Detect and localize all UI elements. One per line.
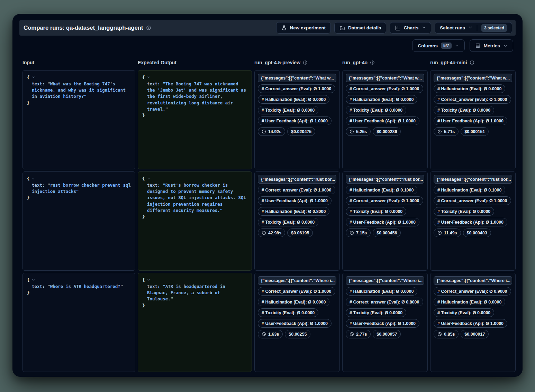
metric-score-pill[interactable]: # Hallucination (Eval): Ø 0.1000 <box>346 186 417 194</box>
dataset-details-button[interactable]: Dataset details <box>334 22 386 34</box>
metric-score-pill[interactable]: # Toxicity (Eval): Ø 0.0000 <box>434 207 494 216</box>
trace-output-chip[interactable]: {"messages":[{"content":"What w... <box>346 74 424 82</box>
metric-score-pill[interactable]: # Hallucination (Eval): Ø 0.8000 <box>258 207 329 216</box>
cost-pill[interactable]: $0.06195 <box>287 228 313 237</box>
latency-pill[interactable]: 11.49s <box>434 228 461 237</box>
trace-output-chip[interactable]: {"messages":[{"content":"Where i... <box>258 276 336 285</box>
input-cell[interactable]: {text: "What was the Boeing 747's nickna… <box>22 70 135 169</box>
input-cell[interactable]: {text: "Where is ATR headquartered?"} <box>22 273 135 372</box>
json-open-brace: { <box>27 74 131 81</box>
info-icon[interactable] <box>370 60 375 65</box>
metric-score-pill[interactable]: # Toxicity (Eval): Ø 0.0000 <box>258 106 318 114</box>
metric-score-pill[interactable]: # Hallucination (Eval): Ø 0.0000 <box>258 95 329 104</box>
metric-score-pill[interactable]: # User-Feedback (Api): Ø 1.0000 <box>346 116 419 125</box>
latency-value: 1.63s <box>268 332 279 337</box>
latency-cost-row: 0.85s$0.000017 <box>434 330 489 338</box>
json-string-value: "What was the Boeing 747's nickname, and… <box>32 81 126 99</box>
metric-score-pill[interactable]: # Toxicity (Eval): Ø 0.0000 <box>258 308 318 317</box>
metric-score-pill[interactable]: # Correct_answer (Eval): Ø 1.0000 <box>434 95 511 104</box>
metric-score-pill[interactable]: # Correct_answer (Eval): Ø 0.9000 <box>434 287 511 296</box>
latency-pill[interactable]: 0.85s <box>434 330 459 338</box>
json-close-brace: } <box>27 100 131 106</box>
metrics-button[interactable]: Metrics <box>470 39 513 52</box>
dataset-details-label: Dataset details <box>348 25 381 30</box>
metric-score-pill[interactable]: # Hallucination (Eval): Ø 0.0000 <box>434 298 505 306</box>
metric-score-pill[interactable]: # Hallucination (Eval): Ø 0.1000 <box>434 186 505 194</box>
metric-score-pill[interactable]: # Toxicity (Eval): Ø 0.0000 <box>346 308 406 317</box>
metric-score-pill[interactable]: # Correct_answer (Eval): Ø 1.0000 <box>258 186 335 194</box>
latency-pill[interactable]: 14.92s <box>258 127 285 136</box>
trace-output-chip[interactable]: {"messages":[{"content":"rust bor... <box>346 175 424 184</box>
column-header-run-gpt-4o-mini: run_gpt-4o-mini <box>430 60 516 65</box>
metric-score-pill[interactable]: # Toxicity (Eval): Ø 0.0000 <box>346 207 406 216</box>
trace-output-chip[interactable]: {"messages":[{"content":"rust bor... <box>258 175 336 184</box>
metric-score-pill[interactable]: # User-Feedback (Api): Ø 1.0000 <box>434 319 507 328</box>
trace-output-chip[interactable]: {"messages":[{"content":"rust bor... <box>434 175 512 184</box>
info-icon[interactable] <box>146 25 151 30</box>
latency-pill[interactable]: 5.25s <box>346 127 371 136</box>
expected-output-cell[interactable]: {text: "The Boeing 747 was nicknamed the… <box>138 70 252 169</box>
latency-pill[interactable]: 7.15s <box>346 228 371 237</box>
chevron-down-icon[interactable] <box>147 176 151 182</box>
columns-button[interactable]: Columns 5/7 <box>412 39 464 52</box>
expected-output-cell[interactable]: {text: "ATR is headquartered in Blagnac,… <box>138 273 252 372</box>
latency-pill[interactable]: 1.63s <box>258 330 283 338</box>
metric-score-pill[interactable]: # Correct_answer (Eval): Ø 1.0000 <box>258 287 335 296</box>
json-brace: } <box>142 214 145 219</box>
select-runs-button[interactable]: Select runs 3 selected <box>435 22 512 34</box>
metric-score-pill[interactable]: # User-Feedback (Api): Ø 1.0000 <box>346 218 419 226</box>
metric-score-pill[interactable]: # Correct_answer (Eval): Ø 0.8000 <box>346 298 423 306</box>
metric-score-pill[interactable]: # Toxicity (Eval): Ø 0.0000 <box>434 308 494 317</box>
json-brace: } <box>27 195 30 200</box>
metric-score-pill[interactable]: # User-Feedback (Api): Ø 1.0000 <box>434 116 507 125</box>
latency-pill[interactable]: 2.77s <box>346 330 371 338</box>
json-open-brace: { <box>142 277 247 283</box>
metric-score-pill[interactable]: # Correct_answer (Eval): Ø 1.0000 <box>258 84 335 93</box>
metric-score-pill[interactable]: # Hallucination (Eval): Ø 0.0000 <box>434 84 505 93</box>
metric-score-pill[interactable]: # User-Feedback (Api): Ø 1.0000 <box>258 319 332 328</box>
cost-pill[interactable]: $0.00255 <box>285 330 310 338</box>
metric-score-pill[interactable]: # Hallucination (Eval): Ø 0.0000 <box>258 298 329 306</box>
cost-pill[interactable]: $0.000403 <box>463 228 491 237</box>
json-field: text: "What was the Boeing 747's nicknam… <box>27 81 131 100</box>
column-header-label: Expected Output <box>138 60 176 65</box>
trace-output-chip[interactable]: {"messages":[{"content":"What w... <box>434 74 512 82</box>
trace-output-chip[interactable]: {"messages":[{"content":"Where i... <box>434 276 512 285</box>
latency-pill[interactable]: 42.98s <box>258 228 285 237</box>
metric-score-pill[interactable]: # Hallucination (Eval): Ø 0.0000 <box>346 95 417 104</box>
latency-pill[interactable]: 5.71s <box>434 127 459 136</box>
cost-pill[interactable]: $0.000017 <box>461 330 489 338</box>
clock-icon <box>437 231 442 235</box>
cost-pill[interactable]: $0.020475 <box>287 127 315 136</box>
cost-pill[interactable]: $0.000151 <box>461 127 489 136</box>
info-icon[interactable] <box>470 60 474 65</box>
chevron-down-icon[interactable] <box>147 75 151 81</box>
chevron-down-icon[interactable] <box>31 176 35 182</box>
chevron-down-icon[interactable] <box>31 277 35 283</box>
metric-score-pill[interactable]: # Correct_answer (Eval): Ø 1.0000 <box>346 196 423 205</box>
chevron-down-icon[interactable] <box>31 75 35 81</box>
metric-score-pill[interactable]: # Toxicity (Eval): Ø 0.0000 <box>434 106 494 114</box>
metric-score-pill[interactable]: # Toxicity (Eval): Ø 0.0000 <box>258 218 318 226</box>
trace-output-chip[interactable]: {"messages":[{"content":"Where i... <box>346 276 424 285</box>
json-brace: } <box>27 100 30 105</box>
metric-score-pill[interactable]: # Hallucination (Eval): Ø 0.0000 <box>346 287 417 296</box>
cost-pill[interactable]: $0.000456 <box>373 228 401 237</box>
metric-score-pill[interactable]: # User-Feedback (Api): Ø 1.0000 <box>258 196 332 205</box>
metric-score-pill[interactable]: # Correct_answer (Eval): Ø 1.0000 <box>346 84 423 93</box>
cost-pill[interactable]: $0.000286 <box>373 127 401 136</box>
expected-output-cell[interactable]: {text: "Rust's borrow checker is designe… <box>138 171 252 271</box>
charts-button[interactable]: Charts <box>390 22 431 34</box>
metric-score-pill[interactable]: # Correct_answer (Eval): Ø 1.0000 <box>434 196 511 205</box>
run-result-cell: {"messages":[{"content":"What w...# Hall… <box>430 70 516 169</box>
new-experiment-button[interactable]: New experiment <box>276 22 331 34</box>
info-icon[interactable] <box>303 60 308 65</box>
metric-score-pill[interactable]: # Toxicity (Eval): Ø 0.0000 <box>346 106 406 114</box>
trace-output-chip[interactable]: {"messages":[{"content":"What w... <box>258 74 336 82</box>
metric-score-pill[interactable]: # User-Feedback (Api): Ø 1.0000 <box>346 319 419 328</box>
metric-score-pill[interactable]: # User-Feedback (Api): Ø 1.0000 <box>258 116 332 125</box>
chevron-down-icon[interactable] <box>147 277 151 283</box>
metric-score-pill[interactable]: # User-Feedback (Api): Ø 1.0000 <box>434 218 507 226</box>
input-cell[interactable]: {text: "rust borrow checker prevent sql … <box>22 171 135 271</box>
cost-pill[interactable]: $0.000057 <box>373 330 401 338</box>
